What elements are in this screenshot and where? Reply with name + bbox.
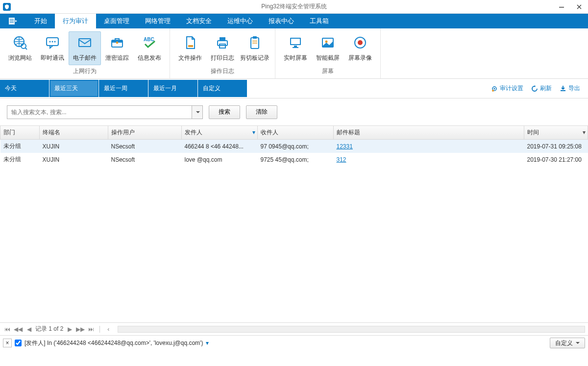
svg-rect-22 xyxy=(253,36,257,39)
svg-rect-36 xyxy=(561,90,565,91)
ribbon-live-screen[interactable]: 实时屏幕 xyxy=(279,31,312,65)
refresh-button[interactable]: 刷新 xyxy=(527,79,556,98)
filter-close-button[interactable]: × xyxy=(3,339,12,347)
ribbon-browse-site[interactable]: 浏览网站 xyxy=(4,31,36,65)
menu-tab-start[interactable]: 开始 xyxy=(26,14,55,28)
refresh-icon xyxy=(531,85,538,92)
file-icon xyxy=(182,34,198,51)
time-filter-3days[interactable]: 最近三天 xyxy=(49,80,98,97)
time-filter-today[interactable]: 今天 xyxy=(0,80,49,97)
pager-bar: ⏮ ◀◀ ◀ 记录 1 of 2 ▶ ▶▶ ⏭ ‹ xyxy=(0,323,588,336)
close-button[interactable] xyxy=(570,0,588,14)
svg-point-34 xyxy=(494,88,495,89)
ribbon-info-pub[interactable]: ABC 信息发布 xyxy=(133,31,166,65)
ribbon-group-label: 操作日志 xyxy=(211,67,234,77)
globe-search-icon xyxy=(12,34,28,51)
col-user[interactable]: 操作用户 xyxy=(108,126,182,140)
subject-link[interactable]: 12331 xyxy=(337,143,353,150)
pager-prev-page[interactable]: ◀◀ xyxy=(14,325,23,334)
pager-last[interactable]: ⏭ xyxy=(87,325,96,334)
search-combo[interactable] xyxy=(7,105,203,119)
ribbon-group-internet: 浏览网站 即时通讯 电子邮件 泄密追踪 ABC 信息发布 上网行为 xyxy=(0,28,170,78)
ribbon-clipboard[interactable]: 剪切板记录 xyxy=(239,31,271,65)
filter-dropdown-icon[interactable]: ▾ xyxy=(206,340,209,346)
image-icon xyxy=(319,34,336,51)
ribbon-screen-rec[interactable]: 屏幕录像 xyxy=(344,31,376,65)
col-host[interactable]: 终端名 xyxy=(40,126,108,140)
col-to[interactable]: 收件人 xyxy=(258,126,334,140)
briefcase-icon xyxy=(109,34,125,51)
ribbon-group-label: 屏幕 xyxy=(322,67,334,77)
clipboard-icon xyxy=(246,34,263,51)
menu-tab-doc-security[interactable]: 文档安全 xyxy=(178,14,220,28)
search-input[interactable] xyxy=(7,106,192,119)
menu-tab-desktop[interactable]: 桌面管理 xyxy=(96,14,137,28)
window-title: Ping32终端安全管理系统 xyxy=(261,2,326,11)
filter-custom-button[interactable]: 自定义 xyxy=(550,338,585,348)
printer-icon xyxy=(214,34,231,51)
menu-tab-toolbox[interactable]: 工具箱 xyxy=(302,14,337,28)
export-button[interactable]: 导出 xyxy=(556,79,584,98)
col-dept[interactable]: 部门 xyxy=(0,126,40,140)
menu-tab-reports[interactable]: 报表中心 xyxy=(261,14,302,28)
pager-next-page[interactable]: ▶▶ xyxy=(76,325,85,334)
pager-first[interactable]: ⏮ xyxy=(3,325,12,334)
svg-rect-2 xyxy=(10,19,14,20)
ribbon-smart-shot[interactable]: 智能截屏 xyxy=(312,31,344,65)
svg-point-9 xyxy=(49,41,51,43)
pager-scroll-left[interactable]: ‹ xyxy=(104,325,113,334)
ribbon-email[interactable]: 电子邮件 xyxy=(69,31,101,65)
col-time[interactable]: 时间▾ xyxy=(524,126,588,140)
filter-enabled-checkbox[interactable] xyxy=(15,340,22,346)
pager-prev[interactable]: ◀ xyxy=(24,325,33,334)
table-row[interactable]: 未分组 XUJIN NSecsoft love @qq.com 9725 45@… xyxy=(0,153,588,166)
ribbon-label: 浏览网站 xyxy=(8,54,32,62)
col-from[interactable]: 发件人▾ xyxy=(182,126,258,140)
minimize-button[interactable] xyxy=(553,0,570,14)
svg-rect-17 xyxy=(188,45,193,47)
main-menu-tabs: 开始 行为审计 桌面管理 网络管理 文档安全 运维中心 报表中心 工具箱 xyxy=(0,14,588,28)
ribbon-label: 智能截屏 xyxy=(316,54,340,62)
ribbon-print-log[interactable]: 打印日志 xyxy=(206,31,239,65)
table-header-row: 部门 终端名 操作用户 发件人▾ 收件人 邮件标题 时间▾ xyxy=(0,126,588,140)
search-bar: 搜索 清除 xyxy=(0,98,588,126)
ribbon-file-op[interactable]: 文件操作 xyxy=(174,31,206,65)
horizontal-scrollbar[interactable] xyxy=(118,326,585,333)
filter-expression: [发件人] In ('466244248 <466244248@qq.com>'… xyxy=(24,339,203,347)
search-dropdown-toggle[interactable] xyxy=(192,106,202,119)
svg-point-32 xyxy=(358,40,363,45)
search-button[interactable]: 搜索 xyxy=(209,105,240,119)
download-icon xyxy=(560,85,566,92)
ribbon-im[interactable]: 即时通讯 xyxy=(36,31,69,65)
menu-tab-network[interactable]: 网络管理 xyxy=(137,14,178,28)
col-subject[interactable]: 邮件标题 xyxy=(334,126,524,140)
svg-point-35 xyxy=(492,90,494,92)
time-filter-custom[interactable]: 自定义 xyxy=(198,80,247,97)
sort-desc-icon: ▾ xyxy=(583,129,586,136)
time-filter-week[interactable]: 最近一周 xyxy=(99,80,148,97)
ribbon-group-label: 上网行为 xyxy=(73,67,97,77)
svg-rect-4 xyxy=(10,22,14,23)
ribbon-group-oplog: 文件操作 打印日志 剪切板记录 操作日志 xyxy=(170,28,275,78)
clear-button[interactable]: 清除 xyxy=(246,105,277,119)
abc-check-icon: ABC xyxy=(141,34,158,51)
gear-icon xyxy=(491,85,498,92)
svg-rect-28 xyxy=(293,47,298,48)
menu-tab-ops[interactable]: 运维中心 xyxy=(220,14,261,28)
svg-rect-26 xyxy=(291,39,300,44)
pager-next[interactable]: ▶ xyxy=(65,325,74,334)
time-filter-bar: 今天 最近三天 最近一周 最近一月 自定义 审计设置 刷新 导出 xyxy=(0,79,588,98)
menu-tab-behavior-audit[interactable]: 行为审计 xyxy=(55,14,96,28)
file-menu-button[interactable] xyxy=(0,14,26,28)
audit-settings-button[interactable]: 审计设置 xyxy=(487,79,527,98)
subject-link[interactable]: 312 xyxy=(337,156,346,163)
results-table-wrap: 部门 终端名 操作用户 发件人▾ 收件人 邮件标题 时间▾ 未分组 XUJIN … xyxy=(0,126,588,323)
svg-rect-15 xyxy=(116,42,118,44)
time-filter-month[interactable]: 最近一月 xyxy=(148,80,197,97)
svg-point-10 xyxy=(52,41,53,43)
table-row[interactable]: 未分组 XUJIN NSecsoft 466244 8 <46 44248...… xyxy=(0,140,588,153)
svg-rect-12 xyxy=(79,39,91,47)
svg-line-7 xyxy=(25,48,27,49)
ribbon-leak-trace[interactable]: 泄密追踪 xyxy=(101,31,133,65)
email-icon xyxy=(76,34,93,51)
